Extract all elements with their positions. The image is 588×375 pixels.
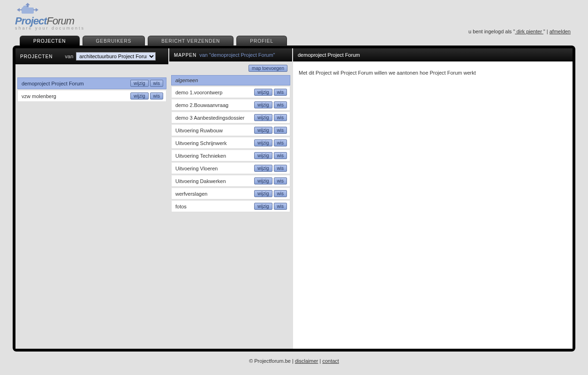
edit-button[interactable]: wijzig	[254, 127, 272, 134]
folder-row[interactable]: demo 1.voorontwerpwijzigwis	[171, 86, 290, 98]
edit-button[interactable]: wijzig	[254, 165, 272, 172]
delete-button[interactable]: wis	[274, 177, 287, 184]
edit-button[interactable]: wijzig	[254, 177, 272, 184]
logo: ProjectForum share your documents	[15, 3, 575, 31]
logout-link[interactable]: afmelden	[550, 29, 571, 34]
project-row[interactable]: vzw molenbergwijzigwis	[17, 90, 166, 102]
delete-button[interactable]: wis	[274, 127, 287, 134]
folder-row[interactable]: fotoswijzigwis	[171, 200, 290, 212]
folder-row[interactable]: Uitvoering Techniekenwijzigwis	[171, 150, 290, 161]
edit-button[interactable]: wijzig	[130, 92, 148, 99]
detail-title: demoproject Project Forum	[298, 52, 360, 58]
delete-button[interactable]: wis	[274, 190, 287, 197]
delete-button[interactable]: wis	[274, 139, 287, 146]
delete-button[interactable]: wis	[274, 89, 287, 96]
folder-row[interactable]: demo 3 Aanbestedingsdossierwijzigwis	[171, 112, 290, 123]
contact-link[interactable]: contact	[322, 358, 339, 364]
projects-column: PROJECTEN van architectuurburo Project F…	[15, 48, 169, 349]
folder-row[interactable]: Uitvoering Dakwerkenwijzigwis	[171, 175, 290, 187]
project-name: vzw molenberg	[22, 93, 128, 99]
detail-body: Met dit Project wil Project Forum willen…	[293, 61, 573, 343]
folder-row[interactable]: werfverslagenwijzigwis	[171, 188, 290, 199]
folder-row[interactable]: Uitvoering Ruwbouwwijzigwis	[171, 124, 290, 136]
edit-button[interactable]: wijzig	[254, 101, 272, 108]
folder-name: Uitvoering Dakwerken	[175, 178, 252, 184]
delete-button[interactable]: wis	[274, 165, 287, 172]
folder-name: Uitvoering Ruwbouw	[175, 128, 252, 133]
edit-button[interactable]: wijzig	[254, 114, 272, 121]
project-row[interactable]: demoproject Project Forumwijzigwis	[17, 77, 166, 89]
folder-name: Uitvoering Schrijnwerk	[175, 140, 252, 146]
folder-name: Uitvoering Technieken	[175, 153, 252, 159]
disclaimer-link[interactable]: disclaimer	[295, 358, 318, 364]
edit-button[interactable]: wijzig	[254, 89, 272, 96]
folder-name: fotos	[175, 204, 252, 209]
tab-gebruikers[interactable]: GEBRUIKERS	[83, 36, 145, 46]
brand-part1: Project	[15, 15, 47, 27]
footer: © Projectforum.be | disclaimer | contact	[13, 352, 575, 373]
folder-row[interactable]: demo 2.Bouwaanvraagwijzigwis	[171, 99, 290, 111]
delete-button[interactable]: wis	[150, 92, 163, 99]
delete-button[interactable]: wis	[274, 203, 287, 210]
tab-projecten[interactable]: PROJECTEN	[20, 36, 80, 46]
add-folder-button[interactable]: map toevoegen	[249, 65, 287, 72]
edit-button[interactable]: wijzig	[254, 190, 272, 197]
tab-profiel[interactable]: PROFIEL	[236, 36, 287, 46]
folder-arrows-icon	[15, 3, 41, 15]
edit-button[interactable]: wijzig	[254, 203, 272, 210]
folder-row[interactable]: Uitvoering Vloerenwijzigwis	[171, 162, 290, 174]
edit-button[interactable]: wijzig	[130, 80, 148, 87]
login-status: u bent ingelogd als " dirk pienter " | a…	[468, 29, 571, 34]
delete-button[interactable]: wis	[274, 101, 287, 108]
folders-column: MAPPEN van "demoproject Project Forum" m…	[169, 48, 293, 349]
folder-row[interactable]: Uitvoering Schrijnwerkwijzigwis	[171, 137, 290, 149]
folder-name: Uitvoering Vloeren	[175, 166, 252, 171]
folders-title: MAPPEN	[174, 53, 196, 58]
project-name: demoproject Project Forum	[22, 81, 128, 86]
folder-name: werfverslagen	[175, 191, 252, 197]
folder-group-header: algemeen	[171, 75, 290, 85]
folder-name: demo 2.Bouwaanvraag	[175, 102, 252, 108]
detail-column: demoproject Project Forum Met dit Projec…	[293, 48, 573, 349]
user-link[interactable]: dirk pienter	[515, 29, 543, 34]
edit-button[interactable]: wijzig	[254, 139, 272, 146]
nav-tabs: PROJECTENGEBRUIKERSBERICHT VERZENDENPROF…	[13, 36, 575, 46]
delete-button[interactable]: wis	[150, 80, 163, 87]
brand-part2: Forum	[47, 15, 75, 27]
edit-button[interactable]: wijzig	[254, 152, 272, 159]
delete-button[interactable]: wis	[274, 152, 287, 159]
owner-select[interactable]: architectuurburo Project Forum	[76, 52, 156, 61]
folder-name: demo 3 Aanbestedingsdossier	[175, 115, 252, 121]
tab-bericht-verzenden[interactable]: BERICHT VERZENDEN	[148, 36, 234, 46]
folder-name: demo 1.voorontwerp	[175, 90, 252, 95]
delete-button[interactable]: wis	[274, 114, 287, 121]
projects-title: PROJECTEN	[20, 54, 53, 59]
